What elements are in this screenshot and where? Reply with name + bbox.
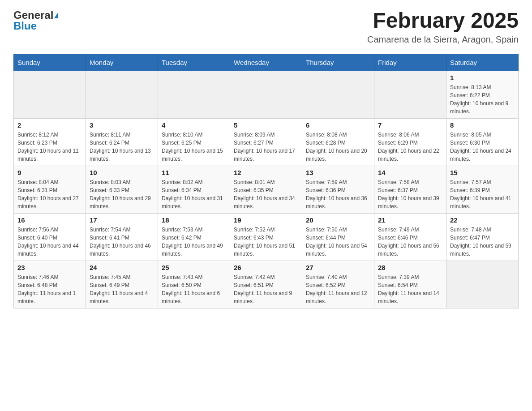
calendar-cell: 27Sunrise: 7:40 AM Sunset: 6:52 PM Dayli… xyxy=(302,261,374,308)
day-info: Sunrise: 7:56 AM Sunset: 6:40 PM Dayligh… xyxy=(17,226,82,258)
calendar-cell: 20Sunrise: 7:50 AM Sunset: 6:44 PM Dayli… xyxy=(302,213,374,261)
day-info: Sunrise: 8:09 AM Sunset: 6:27 PM Dayligh… xyxy=(234,131,298,163)
day-number: 24 xyxy=(90,264,154,271)
calendar-cell: 6Sunrise: 8:08 AM Sunset: 6:28 PM Daylig… xyxy=(302,118,374,166)
day-info: Sunrise: 8:05 AM Sunset: 6:30 PM Dayligh… xyxy=(450,131,515,163)
day-number: 16 xyxy=(17,216,82,224)
calendar-cell: 25Sunrise: 7:43 AM Sunset: 6:50 PM Dayli… xyxy=(158,261,230,308)
calendar-header-wednesday: Wednesday xyxy=(230,54,302,71)
day-info: Sunrise: 7:42 AM Sunset: 6:51 PM Dayligh… xyxy=(234,273,298,305)
day-number: 28 xyxy=(378,264,442,271)
calendar-cell: 10Sunrise: 8:03 AM Sunset: 6:33 PM Dayli… xyxy=(86,166,158,213)
day-info: Sunrise: 7:43 AM Sunset: 6:50 PM Dayligh… xyxy=(162,273,226,305)
day-info: Sunrise: 8:10 AM Sunset: 6:25 PM Dayligh… xyxy=(162,131,226,163)
day-number: 6 xyxy=(306,121,370,129)
day-number: 2 xyxy=(17,121,82,129)
calendar-cell: 13Sunrise: 7:59 AM Sunset: 6:36 PM Dayli… xyxy=(302,166,374,213)
calendar-cell: 3Sunrise: 8:11 AM Sunset: 6:24 PM Daylig… xyxy=(86,118,158,166)
day-number: 7 xyxy=(378,121,442,129)
day-info: Sunrise: 7:59 AM Sunset: 6:36 PM Dayligh… xyxy=(306,178,370,210)
day-info: Sunrise: 7:48 AM Sunset: 6:47 PM Dayligh… xyxy=(450,226,515,258)
calendar-cell: 24Sunrise: 7:45 AM Sunset: 6:49 PM Dayli… xyxy=(86,261,158,308)
calendar-cell: 8Sunrise: 8:05 AM Sunset: 6:30 PM Daylig… xyxy=(446,118,519,166)
day-number: 12 xyxy=(234,169,298,176)
calendar-cell xyxy=(302,71,374,118)
calendar-cell xyxy=(14,71,86,118)
calendar-cell xyxy=(158,71,230,118)
calendar-header-thursday: Thursday xyxy=(302,54,374,71)
day-info: Sunrise: 7:57 AM Sunset: 6:39 PM Dayligh… xyxy=(450,178,515,210)
day-info: Sunrise: 7:46 AM Sunset: 6:48 PM Dayligh… xyxy=(17,273,82,305)
calendar-header-monday: Monday xyxy=(86,54,158,71)
day-number: 20 xyxy=(306,216,370,224)
calendar-cell: 14Sunrise: 7:58 AM Sunset: 6:37 PM Dayli… xyxy=(374,166,446,213)
day-info: Sunrise: 7:53 AM Sunset: 6:42 PM Dayligh… xyxy=(162,226,226,258)
day-number: 11 xyxy=(162,169,226,176)
day-number: 21 xyxy=(378,216,442,224)
calendar-week-5: 23Sunrise: 7:46 AM Sunset: 6:48 PM Dayli… xyxy=(14,261,519,308)
calendar-cell xyxy=(86,71,158,118)
calendar-cell: 4Sunrise: 8:10 AM Sunset: 6:25 PM Daylig… xyxy=(158,118,230,166)
calendar-header-row: SundayMondayTuesdayWednesdayThursdayFrid… xyxy=(14,54,519,71)
day-number: 19 xyxy=(234,216,298,224)
title-area: February 2025 Camarena de la Sierra, Ara… xyxy=(367,9,519,45)
calendar-cell: 21Sunrise: 7:49 AM Sunset: 6:46 PM Dayli… xyxy=(374,213,446,261)
day-info: Sunrise: 7:50 AM Sunset: 6:44 PM Dayligh… xyxy=(306,226,370,258)
calendar-header-tuesday: Tuesday xyxy=(158,54,230,71)
day-info: Sunrise: 7:40 AM Sunset: 6:52 PM Dayligh… xyxy=(306,273,370,305)
calendar-week-3: 9Sunrise: 8:04 AM Sunset: 6:31 PM Daylig… xyxy=(14,166,519,213)
day-number: 14 xyxy=(378,169,442,176)
day-info: Sunrise: 8:12 AM Sunset: 6:23 PM Dayligh… xyxy=(17,131,82,163)
logo-triangle-icon xyxy=(54,12,58,18)
day-number: 13 xyxy=(306,169,370,176)
day-info: Sunrise: 7:39 AM Sunset: 6:54 PM Dayligh… xyxy=(378,273,442,305)
logo: General Blue xyxy=(13,9,58,32)
day-info: Sunrise: 8:04 AM Sunset: 6:31 PM Dayligh… xyxy=(17,178,82,210)
calendar-table: SundayMondayTuesdayWednesdayThursdayFrid… xyxy=(13,54,519,308)
calendar-cell: 15Sunrise: 7:57 AM Sunset: 6:39 PM Dayli… xyxy=(446,166,519,213)
day-info: Sunrise: 7:49 AM Sunset: 6:46 PM Dayligh… xyxy=(378,226,442,258)
calendar-header-sunday: Sunday xyxy=(14,54,86,71)
calendar-cell: 5Sunrise: 8:09 AM Sunset: 6:27 PM Daylig… xyxy=(230,118,302,166)
day-number: 3 xyxy=(90,121,154,129)
page-header: General Blue February 2025 Camarena de l… xyxy=(13,9,519,45)
calendar-cell: 17Sunrise: 7:54 AM Sunset: 6:41 PM Dayli… xyxy=(86,213,158,261)
calendar-week-1: 1Sunrise: 8:13 AM Sunset: 6:22 PM Daylig… xyxy=(14,71,519,118)
day-number: 17 xyxy=(90,216,154,224)
calendar-week-4: 16Sunrise: 7:56 AM Sunset: 6:40 PM Dayli… xyxy=(14,213,519,261)
day-info: Sunrise: 8:02 AM Sunset: 6:34 PM Dayligh… xyxy=(162,178,226,210)
calendar-cell: 19Sunrise: 7:52 AM Sunset: 6:43 PM Dayli… xyxy=(230,213,302,261)
calendar-cell: 18Sunrise: 7:53 AM Sunset: 6:42 PM Dayli… xyxy=(158,213,230,261)
day-info: Sunrise: 8:08 AM Sunset: 6:28 PM Dayligh… xyxy=(306,131,370,163)
calendar-cell: 2Sunrise: 8:12 AM Sunset: 6:23 PM Daylig… xyxy=(14,118,86,166)
calendar-cell xyxy=(374,71,446,118)
location-title: Camarena de la Sierra, Aragon, Spain xyxy=(367,34,519,45)
day-number: 9 xyxy=(17,169,82,176)
day-number: 1 xyxy=(450,74,515,81)
day-info: Sunrise: 7:58 AM Sunset: 6:37 PM Dayligh… xyxy=(378,178,442,210)
month-title: February 2025 xyxy=(367,9,519,33)
day-info: Sunrise: 8:06 AM Sunset: 6:29 PM Dayligh… xyxy=(378,131,442,163)
day-info: Sunrise: 8:11 AM Sunset: 6:24 PM Dayligh… xyxy=(90,131,154,163)
day-number: 4 xyxy=(162,121,226,129)
calendar-cell xyxy=(446,261,519,308)
day-info: Sunrise: 7:54 AM Sunset: 6:41 PM Dayligh… xyxy=(90,226,154,258)
day-number: 23 xyxy=(17,264,82,271)
day-number: 15 xyxy=(450,169,515,176)
day-number: 26 xyxy=(234,264,298,271)
calendar-cell: 28Sunrise: 7:39 AM Sunset: 6:54 PM Dayli… xyxy=(374,261,446,308)
day-number: 8 xyxy=(450,121,515,129)
calendar-cell xyxy=(230,71,302,118)
calendar-cell: 23Sunrise: 7:46 AM Sunset: 6:48 PM Dayli… xyxy=(14,261,86,308)
day-info: Sunrise: 8:01 AM Sunset: 6:35 PM Dayligh… xyxy=(234,178,298,210)
calendar-cell: 16Sunrise: 7:56 AM Sunset: 6:40 PM Dayli… xyxy=(14,213,86,261)
logo-blue-text: Blue xyxy=(13,20,37,32)
day-number: 18 xyxy=(162,216,226,224)
day-number: 10 xyxy=(90,169,154,176)
calendar-cell: 22Sunrise: 7:48 AM Sunset: 6:47 PM Dayli… xyxy=(446,213,519,261)
day-info: Sunrise: 8:03 AM Sunset: 6:33 PM Dayligh… xyxy=(90,178,154,210)
calendar-header-friday: Friday xyxy=(374,54,446,71)
day-number: 25 xyxy=(162,264,226,271)
calendar-cell: 7Sunrise: 8:06 AM Sunset: 6:29 PM Daylig… xyxy=(374,118,446,166)
calendar-cell: 26Sunrise: 7:42 AM Sunset: 6:51 PM Dayli… xyxy=(230,261,302,308)
